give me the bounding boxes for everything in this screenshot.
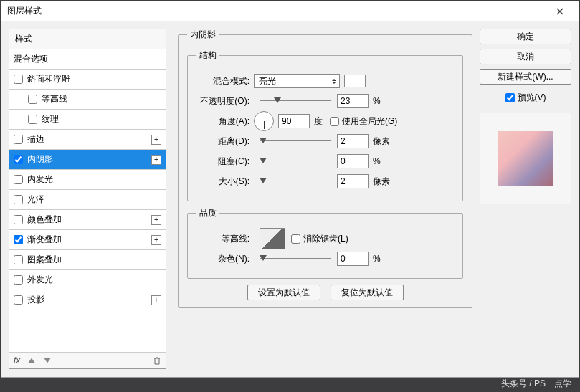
angle-dial[interactable] — [254, 111, 274, 131]
style-item[interactable]: 内阴影+ — [9, 150, 166, 170]
new-style-button[interactable]: 新建样式(W)... — [480, 69, 571, 85]
style-item[interactable]: 外发光 — [9, 270, 166, 290]
style-item-label: 颜色叠加 — [27, 214, 62, 226]
quality-title: 品质 — [196, 207, 219, 219]
size-label: 大小(S): — [196, 176, 254, 188]
structure-title: 结构 — [196, 49, 219, 62]
styles-sidebar: 样式 混合选项 斜面和浮雕等高线纹理描边+内阴影+内发光光泽颜色叠加+渐变叠加+… — [1, 21, 173, 377]
trash-icon[interactable] — [153, 356, 161, 365]
style-item-label: 描边 — [27, 133, 44, 145]
style-item-label: 光泽 — [27, 193, 44, 206]
style-item-label: 图案叠加 — [27, 254, 62, 266]
style-item-label: 投影 — [27, 294, 44, 306]
cancel-button[interactable]: 取消 — [480, 49, 571, 64]
watermark: 头条号 / PS一点学 — [501, 378, 571, 390]
style-item[interactable]: 渐变叠加+ — [9, 230, 166, 250]
right-column: 确定 取消 新建样式(W)... 预览(V) — [477, 21, 579, 377]
ok-button[interactable]: 确定 — [480, 29, 571, 44]
style-item-checkbox[interactable] — [28, 115, 37, 124]
style-item[interactable]: 斜面和浮雕 — [9, 70, 166, 90]
reset-default-button[interactable]: 复位为默认值 — [331, 285, 404, 300]
style-item[interactable]: 描边+ — [9, 130, 166, 150]
style-item[interactable]: 纹理 — [9, 110, 166, 130]
style-item-checkbox[interactable] — [14, 75, 23, 84]
plus-icon[interactable]: + — [151, 215, 161, 225]
choke-unit: % — [373, 156, 381, 166]
contour-picker[interactable] — [260, 228, 285, 249]
style-item-label: 外发光 — [27, 274, 53, 286]
choke-label: 阻塞(C): — [196, 156, 254, 168]
style-item-checkbox[interactable] — [14, 255, 23, 264]
titlebar: 图层样式 — [1, 1, 579, 21]
settings-panel: 内阴影 结构 混合模式: 亮光 不透明度(O): — [173, 21, 477, 377]
size-slider[interactable] — [260, 176, 331, 186]
choke-slider[interactable] — [260, 156, 331, 166]
style-item-label: 渐变叠加 — [27, 234, 62, 246]
style-item[interactable]: 投影+ — [9, 290, 166, 310]
style-item-checkbox[interactable] — [14, 235, 23, 244]
shadow-color-swatch[interactable] — [344, 75, 366, 87]
close-button[interactable] — [547, 3, 573, 20]
plus-icon[interactable]: + — [151, 295, 161, 305]
styles-header[interactable]: 样式 — [9, 29, 166, 49]
noise-input[interactable] — [337, 252, 369, 266]
panel-title: 内阴影 — [187, 29, 219, 41]
quality-fieldset: 品质 等高线: 消除锯齿(L) 杂色(N): % — [187, 207, 463, 279]
contour-label: 等高线: — [196, 233, 254, 245]
style-item-checkbox[interactable] — [14, 295, 23, 305]
style-item-label: 斜面和浮雕 — [27, 73, 70, 85]
distance-slider[interactable] — [260, 136, 331, 146]
styles-footer: fx — [9, 352, 166, 368]
style-item-checkbox[interactable] — [14, 135, 23, 144]
fx-menu[interactable]: fx — [14, 355, 20, 365]
close-icon — [556, 8, 564, 15]
style-item-label: 纹理 — [42, 113, 59, 125]
style-item-label: 内发光 — [27, 173, 53, 186]
plus-icon[interactable]: + — [151, 235, 161, 245]
style-item-checkbox[interactable] — [14, 215, 23, 224]
style-item-checkbox[interactable] — [14, 155, 23, 164]
preview-checkbox[interactable]: 预览(V) — [480, 92, 571, 104]
noise-slider[interactable] — [260, 254, 331, 264]
make-default-button[interactable]: 设置为默认值 — [247, 285, 320, 300]
plus-icon[interactable]: + — [151, 135, 161, 145]
style-item-checkbox[interactable] — [14, 195, 23, 204]
size-input[interactable] — [337, 174, 369, 188]
noise-unit: % — [373, 254, 381, 264]
dialog-title: 图层样式 — [7, 5, 547, 17]
style-item-checkbox[interactable] — [28, 95, 37, 104]
antialias-checkbox[interactable]: 消除锯齿(L) — [291, 233, 348, 245]
style-item[interactable]: 光泽 — [9, 190, 166, 210]
opacity-input[interactable] — [337, 94, 369, 108]
angle-input[interactable] — [278, 114, 310, 128]
style-item[interactable]: 图案叠加 — [9, 250, 166, 270]
arrow-down-icon[interactable] — [43, 356, 52, 365]
style-item[interactable]: 内发光 — [9, 170, 166, 190]
layer-style-dialog: 图层样式 样式 混合选项 斜面和浮雕等高线纹理描边+内阴影+内发光光泽颜色叠加+… — [1, 1, 579, 378]
noise-label: 杂色(N): — [196, 253, 254, 265]
styles-list: 样式 混合选项 斜面和浮雕等高线纹理描边+内阴影+内发光光泽颜色叠加+渐变叠加+… — [9, 29, 166, 369]
angle-label: 角度(A): — [196, 115, 254, 128]
style-item-checkbox[interactable] — [14, 275, 23, 285]
angle-unit: 度 — [314, 115, 323, 128]
distance-input[interactable] — [337, 134, 369, 148]
preview-swatch — [498, 131, 553, 186]
plus-icon[interactable]: + — [151, 155, 161, 165]
style-item[interactable]: 颜色叠加+ — [9, 210, 166, 230]
size-unit: 像素 — [373, 176, 390, 188]
arrow-up-icon[interactable] — [27, 356, 36, 365]
inner-shadow-fieldset: 内阴影 结构 混合模式: 亮光 不透明度(O): — [178, 29, 472, 308]
style-item[interactable]: 等高线 — [9, 90, 166, 110]
style-item-label: 内阴影 — [27, 153, 53, 166]
choke-input[interactable] — [337, 154, 369, 168]
preview-box — [480, 113, 571, 204]
blend-mode-select[interactable]: 亮光 — [254, 74, 340, 88]
opacity-unit: % — [373, 96, 381, 106]
opacity-label: 不透明度(O): — [196, 95, 254, 107]
blending-options-item[interactable]: 混合选项 — [9, 49, 166, 70]
opacity-slider[interactable] — [260, 96, 331, 106]
distance-unit: 像素 — [373, 135, 390, 148]
blend-mode-label: 混合模式: — [196, 75, 254, 87]
global-light-checkbox[interactable]: 使用全局光(G) — [330, 115, 397, 128]
style-item-checkbox[interactable] — [14, 175, 23, 184]
